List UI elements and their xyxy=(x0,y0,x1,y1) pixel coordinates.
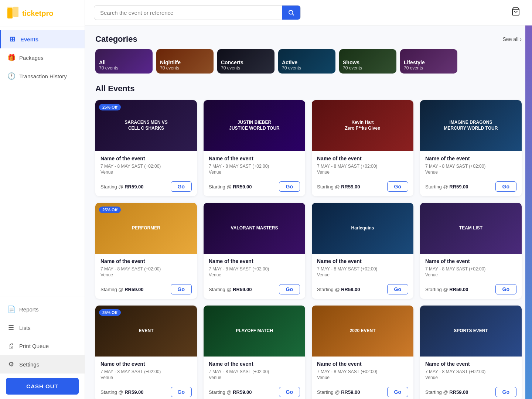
sidebar: ticketpro ⊞ Events 🎁 Packages 🕐 Transact… xyxy=(0,0,85,399)
event-image-wrap: Kevin HartZero F**ks Given xyxy=(312,100,413,151)
content-area: Categories See all › All 70 events Night… xyxy=(85,25,532,399)
event-card: SARACENS MEN VSCELL C SHARKS 25% Off Nam… xyxy=(95,100,197,196)
event-image-placeholder: IMAGINE DRAGONSMERCURY WORLD TOUR xyxy=(420,100,522,151)
event-image-wrap: VALORANT MASTERS xyxy=(204,203,305,254)
event-info: Name of the event 7 MAY - 8 MAY SAST (+0… xyxy=(312,357,413,399)
category-all[interactable]: All 70 events xyxy=(95,49,153,74)
see-all-link[interactable]: See all › xyxy=(503,36,522,42)
go-button[interactable]: Go xyxy=(279,181,300,192)
search-button[interactable] xyxy=(282,6,300,20)
event-card: TEAM LIST Name of the event 7 MAY - 8 MA… xyxy=(420,203,522,299)
event-image-placeholder: JUSTIN BIEBERJUSTICE WORLD TOUR xyxy=(204,100,305,151)
event-date: 7 MAY - 8 MAY SAST (+02:00) xyxy=(425,369,516,374)
category-lifestyle[interactable]: Lifestyle 70 events xyxy=(400,49,457,74)
category-concerts[interactable]: Concerts 70 events xyxy=(217,49,274,74)
event-info: Name of the event 7 MAY - 8 MAY SAST (+0… xyxy=(420,357,522,399)
event-date: 7 MAY - 8 MAY SAST (+02:00) xyxy=(209,164,300,169)
sidebar-item-reports[interactable]: 📄 Reports xyxy=(0,300,85,318)
sidebar-item-lists[interactable]: ☰ Lists xyxy=(0,318,85,337)
sidebar-item-events[interactable]: ⊞ Events xyxy=(0,30,85,48)
sidebar-bottom: 📄 Reports ☰ Lists 🖨 Print Queue ⚙ Settin… xyxy=(0,297,85,399)
event-venue: Venue xyxy=(100,170,192,175)
header xyxy=(85,0,532,25)
event-date: 7 MAY - 8 MAY SAST (+02:00) xyxy=(317,266,408,272)
go-button[interactable]: Go xyxy=(495,181,516,192)
go-button[interactable]: Go xyxy=(387,284,408,294)
go-button[interactable]: Go xyxy=(387,181,408,192)
event-footer: Starting @ RR59.00 Go xyxy=(100,385,192,397)
event-name: Name of the event xyxy=(100,156,192,161)
categories-row: All 70 events Nightlife 70 events Concer… xyxy=(95,49,522,74)
sidebar-item-settings[interactable]: ⚙ Settings xyxy=(0,355,85,374)
discount-badge: 25% Off xyxy=(99,309,121,316)
event-date: 7 MAY - 8 MAY SAST (+02:00) xyxy=(425,164,516,169)
event-footer: Starting @ RR59.00 Go xyxy=(100,282,192,294)
cashout-button[interactable]: CASH OUT xyxy=(6,378,79,395)
print-icon: 🖨 xyxy=(7,342,15,350)
cart-button[interactable] xyxy=(508,6,523,20)
svg-line-4 xyxy=(292,14,294,15)
event-image-placeholder: SPORTS EVENT xyxy=(420,306,522,357)
event-date: 7 MAY - 8 MAY SAST (+02:00) xyxy=(209,266,300,272)
event-venue: Venue xyxy=(100,375,192,380)
discount-badge: 25% Off xyxy=(99,207,121,213)
event-name: Name of the event xyxy=(425,156,516,161)
event-name: Name of the event xyxy=(209,258,300,264)
search-input[interactable] xyxy=(94,6,282,20)
go-button[interactable]: Go xyxy=(495,284,516,294)
go-button[interactable]: Go xyxy=(171,181,192,192)
event-venue: Venue xyxy=(317,375,408,380)
event-footer: Starting @ RR59.00 Go xyxy=(425,179,516,192)
event-footer: Starting @ RR59.00 Go xyxy=(317,179,408,192)
event-card: PLAYOFF MATCH Name of the event 7 MAY - … xyxy=(204,306,305,399)
event-price: Starting @ RR59.00 xyxy=(209,389,252,395)
event-info: Name of the event 7 MAY - 8 MAY SAST (+0… xyxy=(312,254,413,299)
go-button[interactable]: Go xyxy=(279,284,300,294)
event-date: 7 MAY - 8 MAY SAST (+02:00) xyxy=(209,369,300,374)
event-info: Name of the event 7 MAY - 8 MAY SAST (+0… xyxy=(420,151,522,196)
go-button[interactable]: Go xyxy=(387,387,408,397)
event-image-wrap: SPORTS EVENT xyxy=(420,306,522,357)
event-footer: Starting @ RR59.00 Go xyxy=(317,385,408,397)
event-venue: Venue xyxy=(425,375,516,380)
event-name: Name of the event xyxy=(100,361,192,367)
event-card: EVENT 25% Off Name of the event 7 MAY - … xyxy=(95,306,197,399)
go-button[interactable]: Go xyxy=(171,284,192,294)
event-image-placeholder: Harlequins xyxy=(312,203,413,254)
category-active-count: 70 events xyxy=(282,65,332,71)
event-info: Name of the event 7 MAY - 8 MAY SAST (+0… xyxy=(204,151,305,196)
category-shows-count: 70 events xyxy=(343,65,393,71)
event-image-placeholder: PLAYOFF MATCH xyxy=(204,306,305,357)
sidebar-item-packages[interactable]: 🎁 Packages xyxy=(0,48,85,67)
event-name: Name of the event xyxy=(317,156,408,161)
category-lifestyle-name: Lifestyle xyxy=(404,59,454,65)
all-events-title: All Events xyxy=(95,84,522,93)
category-all-count: 70 events xyxy=(99,65,149,71)
go-button[interactable]: Go xyxy=(495,387,516,397)
event-price: Starting @ RR59.00 xyxy=(425,389,468,395)
event-info: Name of the event 7 MAY - 8 MAY SAST (+0… xyxy=(312,151,413,196)
event-image-placeholder: TEAM LIST xyxy=(420,203,522,254)
event-price: Starting @ RR59.00 xyxy=(209,184,252,190)
category-shows[interactable]: Shows 70 events xyxy=(339,49,396,74)
search-bar xyxy=(94,5,301,20)
event-footer: Starting @ RR59.00 Go xyxy=(425,385,516,397)
sidebar-item-events-label: Events xyxy=(20,36,38,42)
event-footer: Starting @ RR59.00 Go xyxy=(209,179,300,192)
search-icon xyxy=(288,9,294,16)
logo-text: ticketpro xyxy=(22,9,53,18)
event-venue: Venue xyxy=(209,375,300,380)
event-footer: Starting @ RR59.00 Go xyxy=(317,282,408,294)
sidebar-item-print-queue[interactable]: 🖨 Print Queue xyxy=(0,337,85,355)
go-button[interactable]: Go xyxy=(171,387,192,397)
event-name: Name of the event xyxy=(425,361,516,367)
sidebar-item-transaction-history[interactable]: 🕐 Transaction History xyxy=(0,67,85,85)
category-nightlife-count: 70 events xyxy=(160,65,210,71)
event-image-wrap: Harlequins xyxy=(312,203,413,254)
category-nightlife[interactable]: Nightlife 70 events xyxy=(156,49,214,74)
logo-area: ticketpro xyxy=(0,0,85,27)
category-active[interactable]: Active 70 events xyxy=(278,49,335,74)
event-image-wrap: IMAGINE DRAGONSMERCURY WORLD TOUR xyxy=(420,100,522,151)
sidebar-item-lists-label: Lists xyxy=(19,325,31,331)
go-button[interactable]: Go xyxy=(279,387,300,397)
